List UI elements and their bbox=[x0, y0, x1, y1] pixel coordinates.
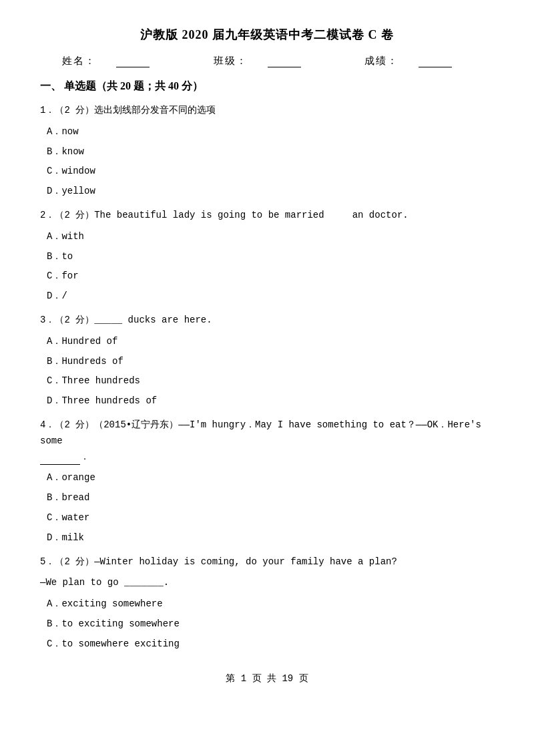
question-1: 1．（2 分）选出划线部分发音不同的选项 A．now B．know C．wind… bbox=[40, 103, 494, 200]
score-blank bbox=[419, 67, 452, 67]
page-title: 沪教版 2020 届九年级英语中考二模试卷 C 卷 bbox=[40, 27, 494, 43]
q4-option-d: D．milk bbox=[40, 530, 494, 546]
name-label: 姓名： bbox=[62, 55, 170, 66]
q5-option-a: A．exciting somewhere bbox=[40, 596, 494, 612]
q5-option-b: B．to exciting somewhere bbox=[40, 616, 494, 632]
q2-option-b: B．to bbox=[40, 249, 494, 265]
q4-option-b: B．bread bbox=[40, 490, 494, 506]
question-4: 4．（2 分）（2015•辽宁丹东）——I'm hungry．May I hav… bbox=[40, 417, 494, 546]
q2-option-c: C．for bbox=[40, 268, 494, 285]
section1-header: 一、 单选题（共 20 题；共 40 分） bbox=[40, 79, 494, 93]
q2-option-d: D．/ bbox=[40, 289, 494, 305]
page-footer: 第 1 页 共 19 页 bbox=[40, 673, 494, 685]
q4-stem: 4．（2 分）（2015•辽宁丹东）——I'm hungry．May I hav… bbox=[40, 417, 494, 465]
question-3: 3．（2 分）_____ ducks are here. A．Hundred o… bbox=[40, 313, 494, 409]
q1-option-a: A．now bbox=[40, 124, 494, 140]
q5-stem: 5．（2 分）—Winter holiday is coming, do you… bbox=[40, 554, 494, 570]
q3-option-d: D．Three hundreds of bbox=[40, 393, 494, 409]
q1-option-d: D．yellow bbox=[40, 184, 494, 200]
q4-option-a: A．orange bbox=[40, 470, 494, 486]
info-row: 姓名： 班级： 成绩： bbox=[40, 55, 494, 67]
q5-stem2: —We plan to go _______. bbox=[40, 575, 494, 591]
question-2: 2．（2 分）The beautiful lady is going to be… bbox=[40, 208, 494, 305]
q3-option-a: A．Hundred of bbox=[40, 334, 494, 350]
q2-option-a: A．with bbox=[40, 229, 494, 245]
question-5: 5．（2 分）—Winter holiday is coming, do you… bbox=[40, 554, 494, 652]
class-blank bbox=[268, 67, 301, 67]
q3-option-c: C．Three hundreds bbox=[40, 373, 494, 389]
q2-stem: 2．（2 分）The beautiful lady is going to be… bbox=[40, 208, 494, 224]
q1-option-c: C．window bbox=[40, 164, 494, 180]
q5-option-c: C．to somewhere exciting bbox=[40, 636, 494, 652]
q3-option-b: B．Hundreds of bbox=[40, 354, 494, 370]
q4-blank bbox=[40, 464, 80, 465]
name-blank bbox=[116, 67, 150, 67]
q3-stem: 3．（2 分）_____ ducks are here. bbox=[40, 313, 494, 329]
class-label: 班级： bbox=[214, 55, 321, 66]
q1-option-b: B．know bbox=[40, 144, 494, 160]
score-label: 成绩： bbox=[364, 55, 472, 66]
q1-stem: 1．（2 分）选出划线部分发音不同的选项 bbox=[40, 103, 494, 119]
q4-option-c: C．water bbox=[40, 510, 494, 526]
